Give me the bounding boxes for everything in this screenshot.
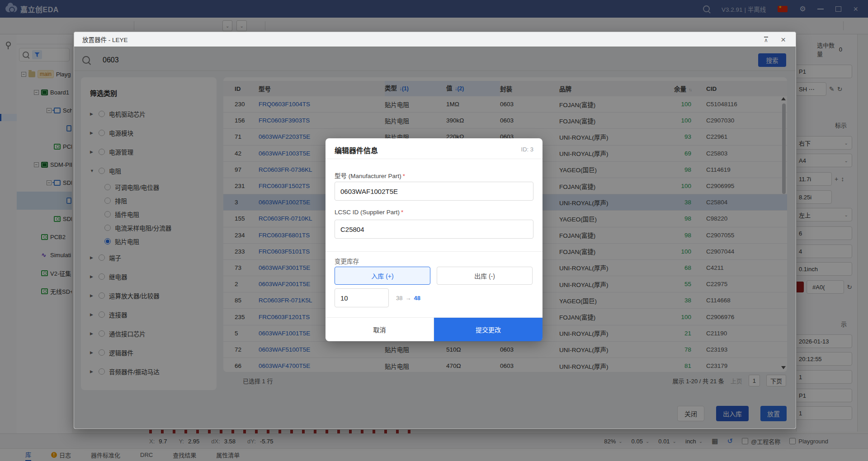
cell-brand: UNI-ROYAL(厚声) xyxy=(559,362,666,371)
filter-category-row[interactable]: ▶ 端子 xyxy=(81,248,217,267)
cell-brand: UNI-ROYAL(厚声) xyxy=(559,345,666,354)
cell-mpn-link[interactable]: 0603WAF5100T5E xyxy=(259,346,385,353)
stock-from: 38 xyxy=(396,295,402,301)
scrollbar-thumb[interactable] xyxy=(782,103,786,194)
filter-category-row[interactable]: ▶ 连接器 xyxy=(81,305,217,324)
cell-stock: 98 xyxy=(666,166,691,173)
stock-out-button[interactable]: 出库 (-) xyxy=(437,267,533,285)
col-mpn[interactable]: 型号 xyxy=(259,84,385,93)
filter-category-row[interactable]: ▼ 电阻 xyxy=(81,161,217,180)
col-type[interactable]: 类型↓(1) xyxy=(385,81,446,96)
col-cid[interactable]: CID xyxy=(706,85,787,92)
lcsc-input[interactable] xyxy=(335,220,533,239)
filter-category-row[interactable]: ▶ 音频器件/振动马达 xyxy=(81,362,217,381)
cell-mpn-link[interactable]: FRC0603F3903TS xyxy=(259,117,385,124)
place-button[interactable]: 放置 xyxy=(760,406,787,421)
cell-brand: FOJAN(富捷) xyxy=(559,182,666,191)
scroll-up-icon[interactable] xyxy=(781,97,786,100)
filter-category-label: 贴片电阻 xyxy=(115,237,139,246)
expand-arrow-icon[interactable]: ▶ xyxy=(90,350,94,355)
filter-category-row[interactable]: ▶ 通信接口芯片 xyxy=(81,324,217,343)
expand-arrow-icon[interactable]: ▶ xyxy=(90,274,94,279)
radio-icon[interactable] xyxy=(99,311,105,318)
radio-icon[interactable] xyxy=(104,198,111,204)
col-id[interactable]: ID xyxy=(235,85,259,92)
radio-icon[interactable] xyxy=(99,168,105,174)
radio-icon[interactable] xyxy=(104,184,111,190)
filter-category-row[interactable]: 可调电阻/电位器 xyxy=(81,180,217,194)
cell-cid: C23193 xyxy=(706,346,787,353)
cell-id: 85 xyxy=(235,297,259,304)
stock-in-button[interactable]: 入库 (+) xyxy=(335,267,430,285)
expand-arrow-icon[interactable]: ▼ xyxy=(90,169,94,173)
table-row[interactable]: 72 0603WAF5100T5E 贴片电阻 510Ω 0603 UNI-ROY… xyxy=(223,342,787,358)
cell-brand: UNI-ROYAL(厚声) xyxy=(559,132,666,141)
stock-inout-button[interactable]: 出入库 xyxy=(716,406,749,421)
expand-arrow-icon[interactable]: ▶ xyxy=(90,331,94,336)
collapse-icon[interactable]: ∧ xyxy=(764,37,768,42)
filter-category-row[interactable]: ▶ 电机驱动芯片 xyxy=(81,104,217,123)
radio-icon[interactable] xyxy=(99,111,105,117)
col-stock[interactable]: 余量↑↓ xyxy=(666,84,691,93)
radio-icon[interactable] xyxy=(99,292,105,299)
part-search-input[interactable] xyxy=(102,56,556,65)
radio-icon[interactable] xyxy=(99,130,105,136)
cell-package: 0603 xyxy=(500,362,559,369)
scroll-down-icon[interactable] xyxy=(781,366,786,369)
filter-category-row[interactable]: ▶ 运算放大器/比较器 xyxy=(81,286,217,305)
expand-arrow-icon[interactable]: ▶ xyxy=(90,312,94,317)
filter-category-label: 运算放大器/比较器 xyxy=(109,291,160,300)
radio-icon[interactable] xyxy=(99,330,105,337)
col-brand[interactable]: 品牌 xyxy=(559,84,666,93)
quantity-input[interactable] xyxy=(335,288,389,307)
current-page-button[interactable]: 1 xyxy=(749,375,760,386)
table-row[interactable]: 66 0603WAF4700T5E 贴片电阻 470Ω 0603 UNI-ROY… xyxy=(223,358,787,372)
radio-icon[interactable] xyxy=(99,149,105,155)
cell-type: 贴片电阻 xyxy=(385,345,446,354)
radio-icon[interactable] xyxy=(104,211,111,217)
filter-category-row[interactable]: ▶ 继电器 xyxy=(81,267,217,286)
cell-mpn-link[interactable]: 0603WAF4700T5E xyxy=(259,362,385,369)
expand-arrow-icon[interactable]: ▶ xyxy=(90,112,94,116)
radio-icon[interactable] xyxy=(104,238,111,245)
mpn-input[interactable] xyxy=(335,182,533,201)
filter-category-row[interactable]: ▶ 电源模块 xyxy=(81,123,217,142)
cell-mpn-link[interactable]: FRQ0603F1004TS xyxy=(259,101,385,108)
col-package[interactable]: 封装 xyxy=(500,84,559,93)
filter-category-row[interactable]: 插件电阻 xyxy=(81,207,217,221)
stock-conversion-text: 38 → 48 xyxy=(396,288,420,307)
dialog-titlebar[interactable]: 放置器件 - LEYE ∧ × xyxy=(74,32,796,47)
cell-id: 5 xyxy=(235,330,259,337)
expand-arrow-icon[interactable]: ▶ xyxy=(90,131,94,135)
expand-arrow-icon[interactable]: ▶ xyxy=(90,255,94,260)
search-button[interactable]: 搜索 xyxy=(758,53,786,67)
filter-category-row[interactable]: 排阻 xyxy=(81,194,217,207)
cancel-button[interactable]: 取消 xyxy=(326,318,434,341)
close-icon[interactable]: × xyxy=(781,35,786,44)
radio-icon[interactable] xyxy=(99,273,105,280)
col-value[interactable]: 值↓(2) xyxy=(446,81,500,96)
next-page-button[interactable]: 下页 xyxy=(766,375,786,386)
radio-icon[interactable] xyxy=(99,349,105,356)
radio-icon[interactable] xyxy=(99,368,105,375)
radio-icon[interactable] xyxy=(99,254,105,261)
cell-brand: FOJAN(富捷) xyxy=(559,116,666,125)
filter-category-row[interactable]: ▶ 逻辑器件 xyxy=(81,343,217,362)
filter-category-label: 逻辑器件 xyxy=(109,348,133,357)
prev-page-button[interactable]: 上页 xyxy=(731,376,742,385)
close-button[interactable]: 关闭 xyxy=(677,406,704,421)
radio-icon[interactable] xyxy=(104,225,111,231)
expand-arrow-icon[interactable]: ▶ xyxy=(90,369,94,374)
filter-category-row[interactable]: 贴片电阻 xyxy=(81,235,217,248)
filter-category-row[interactable]: 电流采样电阻/分流器 xyxy=(81,221,217,235)
submit-button[interactable]: 提交更改 xyxy=(434,318,542,341)
table-scrollbar[interactable] xyxy=(781,97,786,369)
cell-id: 73 xyxy=(235,264,259,271)
filter-category-row[interactable]: ▶ 电源管理 xyxy=(81,142,217,161)
cell-cid: C22975 xyxy=(706,281,787,287)
expand-arrow-icon[interactable]: ▶ xyxy=(90,293,94,298)
table-row[interactable]: 156 FRC0603F3903TS 贴片电阻 390kΩ 0603 FOJAN… xyxy=(223,113,787,129)
expand-arrow-icon[interactable]: ▶ xyxy=(90,150,94,154)
cell-cid: C23179 xyxy=(706,362,787,369)
table-row[interactable]: 230 FRQ0603F1004TS 贴片电阻 1MΩ 0603 FOJAN(富… xyxy=(223,96,787,113)
